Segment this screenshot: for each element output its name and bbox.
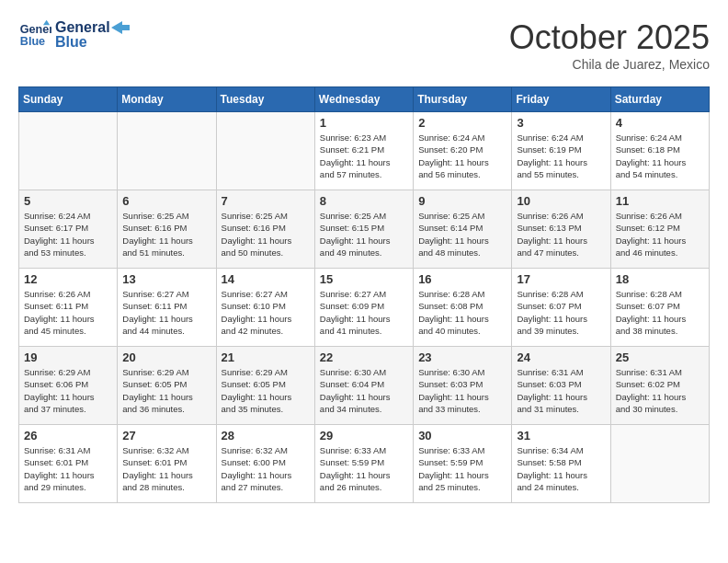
day-info: Sunrise: 6:26 AM Sunset: 6:11 PM Dayligh… xyxy=(24,288,112,337)
calendar-day-cell: 12Sunrise: 6:26 AM Sunset: 6:11 PM Dayli… xyxy=(19,269,118,347)
day-info: Sunrise: 6:28 AM Sunset: 6:07 PM Dayligh… xyxy=(517,288,605,337)
day-number: 5 xyxy=(24,194,112,208)
day-info: Sunrise: 6:31 AM Sunset: 6:01 PM Dayligh… xyxy=(24,444,112,493)
calendar-day-cell: 25Sunrise: 6:31 AM Sunset: 6:02 PM Dayli… xyxy=(610,347,709,425)
day-info: Sunrise: 6:24 AM Sunset: 6:18 PM Dayligh… xyxy=(616,132,704,180)
day-number: 31 xyxy=(517,429,605,442)
calendar-day-cell: 15Sunrise: 6:27 AM Sunset: 6:09 PM Dayli… xyxy=(314,269,413,347)
calendar-header-row: SundayMondayTuesdayWednesdayThursdayFrid… xyxy=(19,87,710,112)
day-info: Sunrise: 6:30 AM Sunset: 6:03 PM Dayligh… xyxy=(418,366,506,415)
day-number: 18 xyxy=(616,272,704,286)
calendar-day-cell: 16Sunrise: 6:28 AM Sunset: 6:08 PM Dayli… xyxy=(414,269,512,347)
calendar-day-cell: 3Sunrise: 6:24 AM Sunset: 6:19 PM Daylig… xyxy=(512,112,610,190)
day-info: Sunrise: 6:33 AM Sunset: 5:59 PM Dayligh… xyxy=(320,444,408,493)
logo-blue: Blue xyxy=(55,34,130,51)
day-info: Sunrise: 6:32 AM Sunset: 6:00 PM Dayligh… xyxy=(222,444,310,493)
day-number: 20 xyxy=(122,350,210,364)
day-number: 16 xyxy=(418,272,506,286)
day-number: 15 xyxy=(320,272,408,286)
day-number: 21 xyxy=(222,350,310,364)
day-number: 17 xyxy=(517,272,605,286)
calendar-day-cell: 8Sunrise: 6:25 AM Sunset: 6:15 PM Daylig… xyxy=(314,190,413,269)
day-info: Sunrise: 6:26 AM Sunset: 6:12 PM Dayligh… xyxy=(616,210,704,259)
day-info: Sunrise: 6:24 AM Sunset: 6:17 PM Dayligh… xyxy=(24,210,112,259)
calendar-day-cell: 10Sunrise: 6:26 AM Sunset: 6:13 PM Dayli… xyxy=(512,190,610,269)
calendar-week-row: 26Sunrise: 6:31 AM Sunset: 6:01 PM Dayli… xyxy=(19,425,710,503)
day-number: 6 xyxy=(122,194,210,208)
day-number: 29 xyxy=(320,429,408,442)
page-header: General Blue General Blue October 2025 C… xyxy=(18,18,710,72)
logo-icon: General Blue xyxy=(18,18,51,52)
title-block: October 2025 Chila de Juarez, Mexico xyxy=(509,18,710,72)
day-info: Sunrise: 6:24 AM Sunset: 6:20 PM Dayligh… xyxy=(418,132,506,180)
day-of-week-header: Friday xyxy=(512,87,610,112)
calendar-day-cell: 13Sunrise: 6:27 AM Sunset: 6:11 PM Dayli… xyxy=(118,269,216,347)
day-info: Sunrise: 6:31 AM Sunset: 6:02 PM Dayligh… xyxy=(616,366,704,415)
day-number: 7 xyxy=(222,194,310,208)
day-info: Sunrise: 6:33 AM Sunset: 5:59 PM Dayligh… xyxy=(418,444,506,493)
day-number: 3 xyxy=(517,116,605,130)
day-of-week-header: Thursday xyxy=(414,87,512,112)
calendar-day-cell: 31Sunrise: 6:34 AM Sunset: 5:58 PM Dayli… xyxy=(512,425,610,503)
day-number: 14 xyxy=(222,272,310,286)
day-info: Sunrise: 6:27 AM Sunset: 6:10 PM Dayligh… xyxy=(222,288,310,337)
day-number: 13 xyxy=(122,272,210,286)
day-number: 27 xyxy=(122,429,210,442)
day-info: Sunrise: 6:25 AM Sunset: 6:16 PM Dayligh… xyxy=(122,210,210,259)
day-info: Sunrise: 6:34 AM Sunset: 5:58 PM Dayligh… xyxy=(517,444,605,493)
day-info: Sunrise: 6:25 AM Sunset: 6:14 PM Dayligh… xyxy=(418,210,506,259)
day-of-week-header: Sunday xyxy=(19,87,118,112)
month-title: October 2025 xyxy=(509,18,710,57)
calendar-week-row: 12Sunrise: 6:26 AM Sunset: 6:11 PM Dayli… xyxy=(19,269,710,347)
day-number: 12 xyxy=(24,272,112,286)
day-number: 11 xyxy=(616,194,704,208)
day-number: 10 xyxy=(517,194,605,208)
calendar-day-cell: 24Sunrise: 6:31 AM Sunset: 6:03 PM Dayli… xyxy=(512,347,610,425)
calendar-day-cell: 11Sunrise: 6:26 AM Sunset: 6:12 PM Dayli… xyxy=(610,190,709,269)
calendar-day-cell xyxy=(19,112,118,190)
day-info: Sunrise: 6:30 AM Sunset: 6:04 PM Dayligh… xyxy=(320,366,408,415)
day-of-week-header: Monday xyxy=(118,87,216,112)
day-info: Sunrise: 6:32 AM Sunset: 6:01 PM Dayligh… xyxy=(122,444,210,493)
calendar-week-row: 1Sunrise: 6:23 AM Sunset: 6:21 PM Daylig… xyxy=(19,112,710,190)
day-number: 26 xyxy=(24,429,112,442)
calendar-table: SundayMondayTuesdayWednesdayThursdayFrid… xyxy=(18,86,710,503)
calendar-day-cell: 7Sunrise: 6:25 AM Sunset: 6:16 PM Daylig… xyxy=(216,190,314,269)
day-info: Sunrise: 6:24 AM Sunset: 6:19 PM Dayligh… xyxy=(517,132,605,180)
calendar-day-cell: 22Sunrise: 6:30 AM Sunset: 6:04 PM Dayli… xyxy=(314,347,413,425)
day-info: Sunrise: 6:29 AM Sunset: 6:05 PM Dayligh… xyxy=(222,366,310,415)
calendar-day-cell: 9Sunrise: 6:25 AM Sunset: 6:14 PM Daylig… xyxy=(414,190,512,269)
calendar-day-cell: 28Sunrise: 6:32 AM Sunset: 6:00 PM Dayli… xyxy=(216,425,314,503)
calendar-day-cell: 20Sunrise: 6:29 AM Sunset: 6:05 PM Dayli… xyxy=(118,347,216,425)
day-info: Sunrise: 6:28 AM Sunset: 6:07 PM Dayligh… xyxy=(616,288,704,337)
day-info: Sunrise: 6:25 AM Sunset: 6:16 PM Dayligh… xyxy=(222,210,310,259)
day-of-week-header: Saturday xyxy=(610,87,709,112)
calendar-day-cell: 30Sunrise: 6:33 AM Sunset: 5:59 PM Dayli… xyxy=(414,425,512,503)
day-of-week-header: Wednesday xyxy=(314,87,413,112)
calendar-day-cell: 29Sunrise: 6:33 AM Sunset: 5:59 PM Dayli… xyxy=(314,425,413,503)
calendar-day-cell xyxy=(216,112,314,190)
calendar-day-cell: 17Sunrise: 6:28 AM Sunset: 6:07 PM Dayli… xyxy=(512,269,610,347)
day-number: 2 xyxy=(418,116,506,130)
calendar-day-cell xyxy=(610,425,709,503)
calendar-day-cell: 18Sunrise: 6:28 AM Sunset: 6:07 PM Dayli… xyxy=(610,269,709,347)
calendar-day-cell: 26Sunrise: 6:31 AM Sunset: 6:01 PM Dayli… xyxy=(19,425,118,503)
day-number: 19 xyxy=(24,350,112,364)
calendar-day-cell: 2Sunrise: 6:24 AM Sunset: 6:20 PM Daylig… xyxy=(414,112,512,190)
calendar-day-cell: 21Sunrise: 6:29 AM Sunset: 6:05 PM Dayli… xyxy=(216,347,314,425)
day-number: 24 xyxy=(517,350,605,364)
day-number: 1 xyxy=(320,116,408,130)
day-info: Sunrise: 6:27 AM Sunset: 6:09 PM Dayligh… xyxy=(320,288,408,337)
calendar-day-cell xyxy=(118,112,216,190)
day-number: 4 xyxy=(616,116,704,130)
day-info: Sunrise: 6:28 AM Sunset: 6:08 PM Dayligh… xyxy=(418,288,506,337)
day-of-week-header: Tuesday xyxy=(216,87,314,112)
day-info: Sunrise: 6:27 AM Sunset: 6:11 PM Dayligh… xyxy=(122,288,210,337)
calendar-day-cell: 14Sunrise: 6:27 AM Sunset: 6:10 PM Dayli… xyxy=(216,269,314,347)
day-number: 9 xyxy=(418,194,506,208)
day-info: Sunrise: 6:26 AM Sunset: 6:13 PM Dayligh… xyxy=(517,210,605,259)
day-info: Sunrise: 6:23 AM Sunset: 6:21 PM Dayligh… xyxy=(320,132,408,180)
svg-marker-3 xyxy=(111,21,130,34)
day-info: Sunrise: 6:25 AM Sunset: 6:15 PM Dayligh… xyxy=(320,210,408,259)
calendar-day-cell: 27Sunrise: 6:32 AM Sunset: 6:01 PM Dayli… xyxy=(118,425,216,503)
